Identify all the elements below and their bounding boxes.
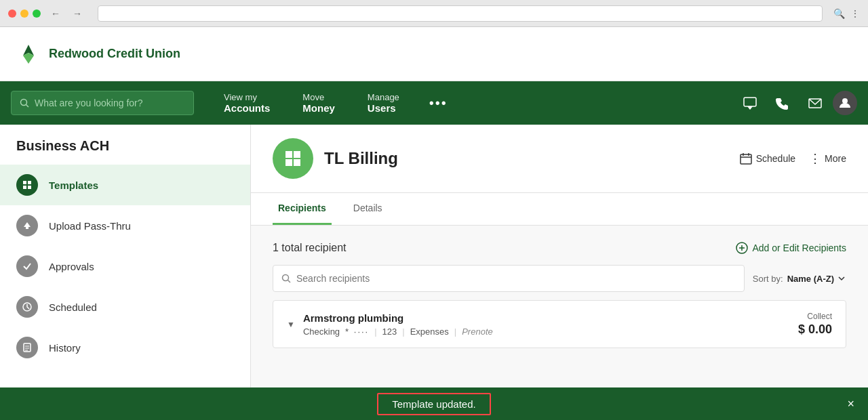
svg-point-7 [842, 98, 848, 104]
content-area: Business ACH Templates [0, 125, 868, 420]
traffic-lights [8, 9, 41, 18]
svg-rect-9 [28, 181, 31, 184]
sidebar-item-approvals[interactable]: Approvals [0, 246, 250, 287]
svg-rect-21 [285, 159, 292, 166]
svg-rect-8 [23, 181, 26, 184]
search-icon[interactable]: 🔍 [833, 8, 845, 19]
minimize-traffic-light[interactable] [20, 9, 28, 18]
svg-rect-4 [744, 98, 756, 106]
app-header: Redwood Credit Union [0, 27, 868, 81]
nav-link-money-top: Move [302, 92, 335, 102]
search-icon [20, 98, 29, 108]
mail-button[interactable] [800, 88, 830, 118]
sidebar-title: Business ACH [0, 125, 250, 165]
sidebar: Business ACH Templates [0, 125, 251, 420]
collect-label: Collect [798, 312, 832, 321]
tab-recipients[interactable]: Recipients [273, 193, 332, 225]
mail-icon [808, 96, 823, 110]
svg-rect-13 [26, 227, 28, 229]
calendar-icon [740, 152, 752, 165]
svg-rect-11 [28, 186, 31, 189]
tab-recipients-label: Recipients [278, 203, 326, 213]
sidebar-item-scheduled[interactable]: Scheduled [0, 287, 250, 327]
search-recipients-icon [281, 274, 291, 283]
logo: Redwood Credit Union [16, 42, 180, 66]
more-icon[interactable]: ⋮ [850, 8, 860, 19]
nav-bar: What are you looking for? View my Accoun… [0, 81, 868, 125]
toast-close-button[interactable]: × [847, 397, 854, 411]
sidebar-item-history[interactable]: History [0, 327, 250, 368]
svg-marker-12 [24, 222, 31, 227]
recipient-prenote: Prenote [462, 327, 493, 337]
browser-chrome: ← → 🔍 ⋮ [0, 0, 868, 27]
recipients-header: 1 total recipient Add or Edit Recipients [273, 242, 846, 254]
toast-message: Template updated. [377, 393, 490, 415]
sort-section: Sort by: Name (A-Z) [753, 274, 846, 284]
sidebar-item-upload[interactable]: Upload Pass-Thru [0, 205, 250, 246]
svg-marker-5 [747, 106, 753, 110]
nav-icons [735, 88, 857, 118]
chat-icon [743, 96, 757, 110]
address-bar[interactable] [98, 5, 823, 22]
recipients-section: 1 total recipient Add or Edit Recipients [251, 226, 868, 364]
search-placeholder: What are you looking for? [35, 98, 143, 108]
svg-point-30 [283, 275, 289, 281]
recipient-expand-chevron[interactable]: ▼ [287, 320, 295, 329]
nav-link-money-bottom: Money [302, 102, 335, 114]
sidebar-item-templates-label: Templates [49, 180, 98, 191]
history-icon [16, 337, 38, 358]
upload-icon [16, 215, 38, 236]
nav-link-users[interactable]: Manage Users [351, 92, 416, 114]
sort-select[interactable]: Name (A-Z) [787, 274, 846, 284]
logo-text: Redwood Credit Union [49, 47, 180, 61]
phone-button[interactable] [768, 88, 797, 118]
template-icon-circle [273, 138, 313, 179]
more-button[interactable]: ⋮ More [809, 151, 846, 166]
recipient-name: Armstrong plumbing [303, 312, 798, 324]
recipient-details: Checking * ···· | 123 | Expenses | Preno… [303, 327, 798, 337]
svg-rect-19 [285, 151, 292, 158]
nav-more-dots[interactable]: ••• [416, 96, 461, 111]
nav-link-users-top: Manage [368, 92, 399, 102]
svg-rect-23 [741, 154, 751, 164]
nav-link-money[interactable]: Move Money [286, 92, 351, 114]
back-button[interactable]: ← [46, 6, 65, 21]
svg-line-3 [26, 105, 29, 108]
svg-rect-10 [23, 186, 26, 189]
chat-button[interactable] [735, 88, 765, 118]
search-box[interactable]: What are you looking for? [11, 91, 194, 115]
chevron-down-icon [837, 274, 846, 283]
recipient-account-type: Checking [303, 327, 340, 337]
add-edit-recipients-button[interactable]: Add or Edit Recipients [736, 242, 846, 254]
schedule-button[interactable]: Schedule [740, 152, 795, 165]
sidebar-item-history-label: History [49, 342, 81, 354]
schedule-label: Schedule [756, 153, 795, 164]
forward-button[interactable]: → [68, 6, 87, 21]
nav-link-accounts[interactable]: View my Accounts [208, 92, 286, 114]
tab-details-label: Details [353, 203, 382, 213]
search-recipients-box[interactable] [273, 265, 745, 292]
recipient-account-num: 123 [382, 327, 397, 337]
svg-line-31 [288, 280, 291, 283]
more-dots-icon: ⋮ [809, 151, 822, 166]
sidebar-item-templates[interactable]: Templates [0, 165, 250, 205]
close-traffic-light[interactable] [8, 9, 16, 18]
svg-rect-22 [294, 159, 300, 166]
main-panel: TL Billing Schedule ⋮ More [251, 125, 868, 420]
separator1: | [374, 327, 376, 337]
add-edit-recipients-label: Add or Edit Recipients [752, 243, 846, 253]
template-name: TL Billing [324, 149, 740, 168]
fullscreen-traffic-light[interactable] [33, 9, 41, 18]
user-icon [839, 97, 851, 109]
nav-links: View my Accounts Move Money Manage Users… [208, 92, 735, 114]
tab-details[interactable]: Details [348, 193, 388, 225]
templates-icon [16, 174, 38, 196]
recipient-info: Armstrong plumbing Checking * ···· | 123… [303, 312, 798, 337]
recipient-category: Expenses [410, 327, 449, 337]
sort-value: Name (A-Z) [787, 274, 834, 284]
recipients-count: 1 total recipient [273, 242, 347, 254]
collect-amount: $ 0.00 [798, 322, 832, 337]
search-recipients-input[interactable] [296, 273, 736, 284]
template-header: TL Billing Schedule ⋮ More [251, 125, 868, 193]
user-button[interactable] [833, 91, 857, 115]
